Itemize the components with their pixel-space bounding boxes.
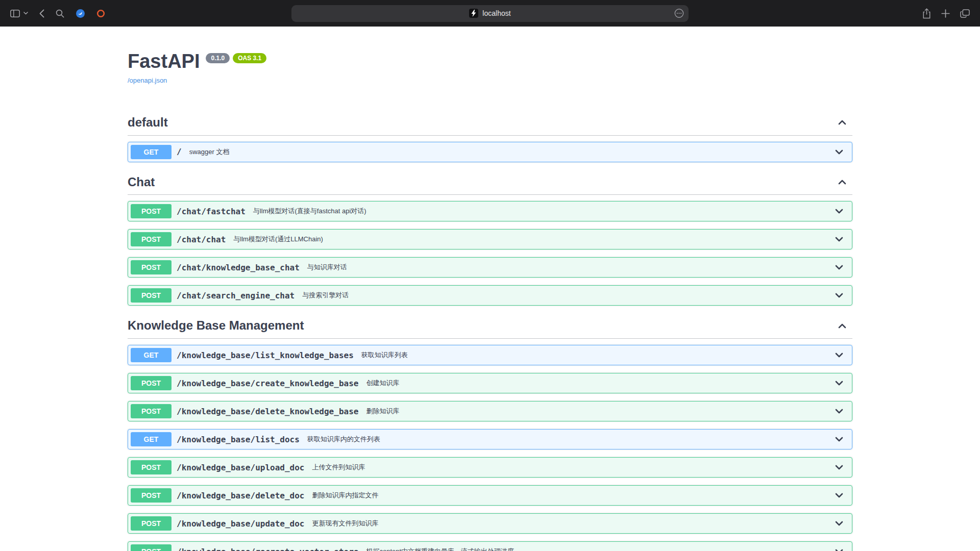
operation-path: /chat/search_engine_chat bbox=[177, 291, 295, 300]
operation-path: /knowledge_base/list_knowledge_bases bbox=[177, 350, 354, 360]
operations: POST /chat/fastchat 与llm模型对话(直接与fastchat… bbox=[128, 201, 852, 306]
back-arrow-icon bbox=[39, 9, 44, 18]
method-badge: POST bbox=[131, 288, 172, 303]
expand-chevron-down-icon[interactable] bbox=[829, 262, 849, 272]
method-badge: POST bbox=[131, 204, 172, 218]
method-badge: POST bbox=[131, 488, 172, 503]
search-icon bbox=[56, 9, 64, 18]
sidebar-menu-button[interactable] bbox=[23, 12, 28, 15]
expand-chevron-down-icon[interactable] bbox=[829, 434, 849, 444]
expand-chevron-down-icon[interactable] bbox=[829, 546, 849, 551]
operation-description: 删除知识库 bbox=[366, 407, 829, 416]
version-badge: 0.1.0 bbox=[206, 53, 230, 63]
expand-chevron-down-icon[interactable] bbox=[829, 234, 849, 244]
operation-path: /chat/knowledge_base_chat bbox=[177, 263, 300, 272]
method-badge: POST bbox=[131, 260, 172, 274]
section-header[interactable]: default bbox=[128, 115, 852, 136]
expand-chevron-down-icon[interactable] bbox=[829, 206, 849, 216]
section-header[interactable]: Knowledge Base Management bbox=[128, 318, 852, 339]
operation-path: /knowledge_base/upload_doc bbox=[177, 463, 304, 472]
operation-row[interactable]: POST /knowledge_base/update_doc 更新现有文件到知… bbox=[128, 513, 852, 534]
new-tab-button[interactable] bbox=[941, 9, 950, 18]
operation-description: swagger 文档 bbox=[189, 147, 829, 157]
operation-description: 与llm模型对话(直接与fastchat api对话) bbox=[253, 207, 829, 216]
expand-chevron-down-icon[interactable] bbox=[829, 290, 849, 300]
operation-description: 获取知识库内的文件列表 bbox=[307, 435, 829, 444]
operation-row[interactable]: POST /chat/knowledge_base_chat 与知识库对话 bbox=[128, 257, 852, 278]
operation-row[interactable]: GET / swagger 文档 bbox=[128, 142, 852, 162]
share-icon bbox=[922, 8, 931, 19]
sidebar-icon bbox=[10, 10, 20, 17]
collapse-chevron-up-icon[interactable] bbox=[832, 117, 852, 128]
operation-path: /knowledge_base/update_doc bbox=[177, 519, 304, 529]
operation-description: 与知识库对话 bbox=[307, 263, 829, 272]
method-badge: POST bbox=[131, 376, 172, 390]
operation-row[interactable]: POST /knowledge_base/create_knowledge_ba… bbox=[128, 373, 852, 393]
operation-row[interactable]: POST /knowledge_base/delete_doc 删除知识库内指定… bbox=[128, 485, 852, 506]
oas-badge: OAS 3.1 bbox=[233, 53, 266, 63]
operation-path: /knowledge_base/create_knowledge_base bbox=[177, 379, 358, 388]
operations: GET / swagger 文档 bbox=[128, 142, 852, 162]
collapse-chevron-up-icon[interactable] bbox=[832, 177, 852, 187]
openapi-spec-link[interactable]: /openapi.json bbox=[128, 77, 167, 84]
operation-row[interactable]: POST /chat/chat 与llm模型对话(通过LLMChain) bbox=[128, 229, 852, 249]
operation-row[interactable]: POST /chat/fastchat 与llm模型对话(直接与fastchat… bbox=[128, 201, 852, 221]
expand-chevron-down-icon[interactable] bbox=[829, 518, 849, 529]
expand-chevron-down-icon[interactable] bbox=[829, 490, 849, 500]
address-bar[interactable]: localhost bbox=[291, 5, 689, 22]
expand-chevron-down-icon[interactable] bbox=[829, 350, 849, 360]
operation-row[interactable]: GET /knowledge_base/list_docs 获取知识库内的文件列… bbox=[128, 429, 852, 449]
operation-row[interactable]: POST /knowledge_base/upload_doc 上传文件到知识库 bbox=[128, 457, 852, 478]
share-button[interactable] bbox=[922, 8, 931, 19]
operation-path: /knowledge_base/list_docs bbox=[177, 435, 300, 444]
operations: GET /knowledge_base/list_knowledge_bases… bbox=[128, 345, 852, 551]
sidebar-toggle-button[interactable] bbox=[10, 10, 20, 17]
app-extension-blue-button[interactable] bbox=[76, 9, 85, 18]
operation-description: 与llm模型对话(通过LLMChain) bbox=[233, 235, 829, 244]
url-text: localhost bbox=[482, 10, 510, 17]
address-bar-site: localhost bbox=[469, 9, 510, 18]
operation-row[interactable]: POST /knowledge_base/recreate_vector_sto… bbox=[128, 541, 852, 551]
api-tag-section: default GET / swagger 文档 bbox=[128, 110, 852, 162]
method-badge: POST bbox=[131, 516, 172, 531]
orange-ring-app-icon bbox=[96, 9, 105, 18]
method-badge: GET bbox=[131, 145, 172, 159]
method-badge: POST bbox=[131, 232, 172, 246]
tab-overview-button[interactable] bbox=[960, 9, 970, 18]
operation-description: 根据content中文档重建向量库，流式输出处理进度。 bbox=[366, 547, 829, 551]
operation-path: /knowledge_base/recreate_vector_store bbox=[177, 547, 358, 551]
title-badges: 0.1.0 OAS 3.1 bbox=[206, 53, 266, 63]
page-extensions-button[interactable] bbox=[674, 9, 684, 18]
api-tag-section: Knowledge Base Management GET /knowledge… bbox=[128, 313, 852, 551]
section-header[interactable]: Chat bbox=[128, 175, 852, 195]
operation-path: /chat/fastchat bbox=[177, 207, 246, 216]
tab-overview-icon bbox=[960, 9, 970, 18]
plus-icon bbox=[941, 9, 950, 18]
expand-chevron-down-icon[interactable] bbox=[829, 462, 849, 472]
back-button[interactable] bbox=[39, 9, 44, 18]
expand-chevron-down-icon[interactable] bbox=[829, 147, 849, 157]
operation-description: 删除知识库内指定文件 bbox=[312, 491, 829, 500]
sections: default GET / swagger 文档 Chat POST /chat… bbox=[128, 110, 852, 551]
section-title: Chat bbox=[128, 175, 155, 190]
operation-description: 与搜索引擎对话 bbox=[302, 291, 829, 300]
expand-chevron-down-icon[interactable] bbox=[829, 406, 849, 416]
expand-chevron-down-icon[interactable] bbox=[829, 378, 849, 388]
swagger-ui: FastAPI 0.1.0 OAS 3.1 /openapi.json defa… bbox=[0, 51, 980, 551]
api-tag-section: Chat POST /chat/fastchat 与llm模型对话(直接与fas… bbox=[128, 170, 852, 306]
operation-row[interactable]: GET /knowledge_base/list_knowledge_bases… bbox=[128, 345, 852, 365]
chevron-down-icon bbox=[23, 12, 28, 15]
operation-row[interactable]: POST /knowledge_base/delete_knowledge_ba… bbox=[128, 401, 852, 421]
section-title: default bbox=[128, 115, 168, 130]
search-button[interactable] bbox=[56, 9, 64, 18]
browser-toolbar: localhost bbox=[0, 0, 980, 27]
operation-description: 获取知识库列表 bbox=[361, 350, 829, 360]
app-extension-orange-button[interactable] bbox=[96, 9, 105, 18]
api-info: FastAPI 0.1.0 OAS 3.1 /openapi.json bbox=[128, 51, 852, 85]
operation-description: 创建知识库 bbox=[366, 379, 829, 388]
operation-path: /knowledge_base/delete_knowledge_base bbox=[177, 407, 358, 416]
section-title: Knowledge Base Management bbox=[128, 318, 304, 333]
ellipsis-circle-icon bbox=[674, 9, 684, 18]
collapse-chevron-up-icon[interactable] bbox=[832, 321, 852, 331]
operation-row[interactable]: POST /chat/search_engine_chat 与搜索引擎对话 bbox=[128, 285, 852, 306]
